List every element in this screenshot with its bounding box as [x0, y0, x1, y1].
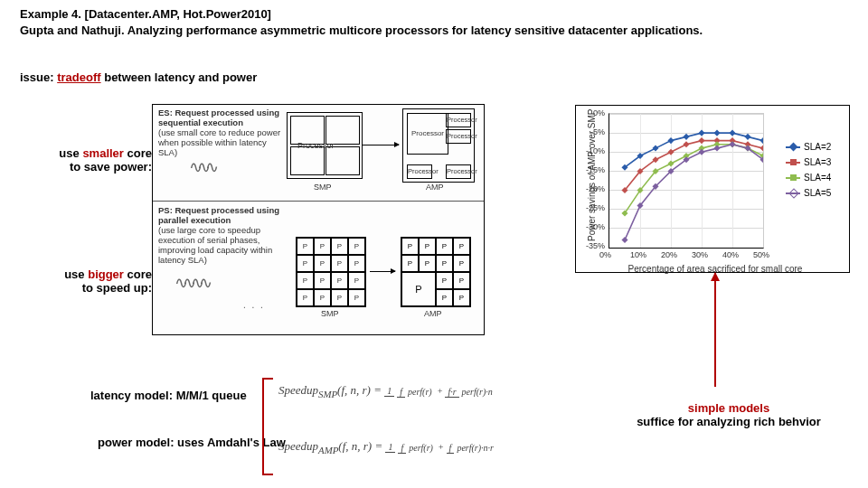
x-tick: 30%	[692, 250, 708, 259]
note-bigger-core: use bigger coreto speed up:	[43, 267, 152, 295]
y-tick: -35%	[578, 241, 605, 250]
y-tick: -10%	[578, 146, 605, 155]
y-tick: 0%	[578, 108, 605, 117]
small-processor: Processor	[407, 164, 432, 179]
latency-model-label: latency model: M/M/1 queue	[90, 389, 247, 402]
power-model-label: power model: uses Amdahl's Law	[98, 436, 286, 449]
ellipsis-icon: . . .	[243, 300, 265, 310]
svg-rect-2	[652, 145, 658, 152]
svg-rect-36	[713, 145, 720, 152]
svg-rect-30	[621, 237, 627, 243]
smp-grid: PPPP PPPP PPPP PPPP	[296, 237, 366, 307]
red-arrow-icon	[714, 273, 716, 387]
amp-label: AMP	[424, 309, 442, 318]
x-tick: 20%	[661, 250, 677, 259]
small-processor: Processor	[446, 164, 471, 179]
equation-smp: SpeedupSMP(f, n, r) = 1fperf(r) + f·rper…	[278, 383, 498, 399]
equation-amp: SpeedupAMP(f, n, r) = 1fperf(r) + fperf(…	[278, 439, 499, 455]
plot-area	[609, 113, 764, 249]
x-tick: 10%	[630, 250, 646, 259]
smp-label: SMP	[314, 183, 332, 192]
arrow-icon	[363, 145, 399, 145]
svg-rect-19	[760, 145, 763, 152]
amp-label: AMP	[426, 183, 444, 192]
chart-curves	[609, 114, 763, 248]
request-waves-icon: ∿∿∿∿	[175, 273, 207, 293]
svg-rect-14	[683, 141, 689, 147]
proc-cell	[326, 146, 360, 175]
architecture-diagram: ES: Request processed using sequential e…	[152, 104, 485, 335]
y-tick: -5%	[578, 127, 605, 136]
ps-text: PS: Request processed using parallel exe…	[158, 206, 294, 266]
svg-rect-15	[698, 137, 704, 144]
proc-cell	[290, 146, 325, 175]
diagram-bottom-ps: PS: Request processed using parallel exe…	[153, 201, 484, 334]
slide: Example 4. [Datacenter.AMP, Hot.Power201…	[0, 0, 868, 488]
small-processor: Processor	[446, 129, 471, 144]
svg-rect-7	[729, 130, 735, 136]
svg-rect-3	[667, 137, 674, 144]
x-tick: 50%	[753, 250, 769, 259]
arrow-icon	[370, 271, 395, 272]
legend-item: SLA=3	[786, 157, 845, 167]
conclusion-text: simple models suffice for analyzing rich…	[618, 401, 839, 428]
diagram-top-es: ES: Request processed using sequential e…	[153, 105, 484, 202]
svg-rect-9	[760, 137, 763, 144]
svg-rect-6	[713, 130, 720, 136]
x-tick: 0%	[599, 250, 611, 259]
request-waves-icon: ∿∿∿	[189, 157, 213, 177]
svg-rect-13	[667, 149, 674, 155]
svg-rect-4	[683, 134, 689, 140]
example-bracket: [Datacenter.AMP, Hot.Power2010]	[85, 7, 271, 21]
svg-rect-8	[744, 134, 750, 140]
svg-rect-5	[698, 130, 704, 136]
y-tick: -20%	[578, 184, 605, 193]
y-tick: -30%	[578, 222, 605, 231]
y-tick: -25%	[578, 203, 605, 212]
power-savings-chart: Power savings of AMP over SMP SLA=2 SLA=…	[575, 105, 850, 273]
smp-label: SMP	[321, 309, 339, 318]
example-header: Example 4. [Datacenter.AMP, Hot.Power201…	[20, 7, 271, 21]
big-processor: Processor	[407, 113, 448, 155]
svg-rect-37	[729, 141, 735, 147]
chart-legend: SLA=2 SLA=3 SLA=4 SLA=5	[786, 142, 845, 203]
y-tick: -15%	[578, 165, 605, 174]
svg-rect-23	[667, 160, 674, 166]
amp-box: Processor Processor Processor Processor …	[402, 108, 475, 183]
legend-item: SLA=2	[786, 142, 845, 152]
legend-item: SLA=5	[786, 188, 845, 198]
issue-keyword: tradeoff	[57, 70, 100, 84]
bracket-icon	[262, 378, 273, 475]
example-prefix: Example 4.	[20, 7, 85, 21]
x-tick: 40%	[722, 250, 739, 259]
small-processor: Processor	[446, 113, 471, 127]
issue-post: between latency and power	[101, 70, 258, 84]
note-smaller-core: use smaller coreto save power:	[43, 146, 152, 174]
issue-line: issue: tradeoff between latency and powe…	[20, 70, 257, 84]
legend-item: SLA=4	[786, 173, 845, 183]
es-text: ES: Request processed using sequential e…	[158, 108, 283, 158]
issue-pre: issue:	[20, 70, 57, 84]
amp-grid: P P P P P P P P P P P P P	[401, 237, 471, 307]
processor-label: Processor	[297, 141, 335, 150]
citation-line: Gupta and Nathuji. Analyzing performance…	[20, 23, 703, 37]
